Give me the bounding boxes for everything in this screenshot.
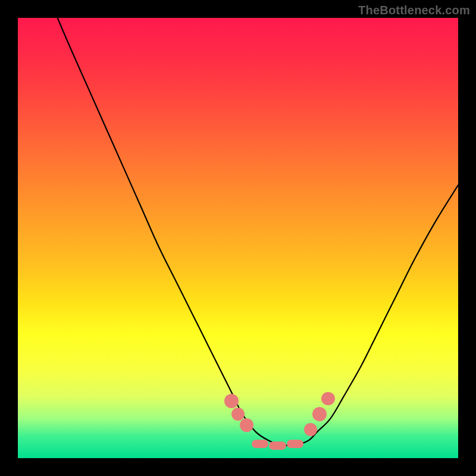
marker-cluster-right-mid [312, 407, 327, 421]
marker-trough-bar-right [287, 440, 303, 448]
watermark-text: TheBottleneck.com [358, 4, 470, 17]
marker-trough-bar-left [252, 440, 268, 448]
marker-cluster-left-upper [224, 394, 239, 408]
marker-cluster-left-low [240, 418, 253, 432]
marker-trough-bar [269, 441, 286, 450]
plot-area [18, 18, 458, 458]
curve-svg [18, 18, 458, 458]
main-curve [58, 18, 458, 446]
outer-frame: TheBottleneck.com [0, 0, 476, 476]
